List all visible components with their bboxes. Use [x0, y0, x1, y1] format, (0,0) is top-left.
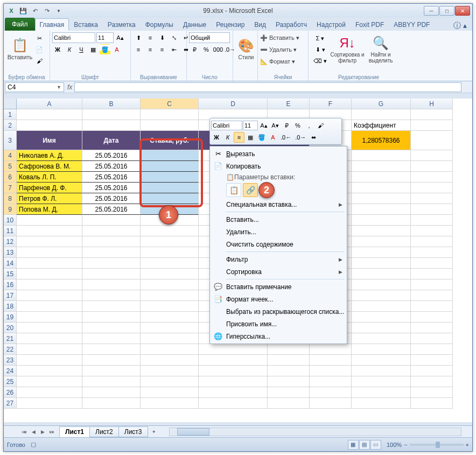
ctx-delete[interactable]: Удалить...	[211, 226, 346, 238]
row-header-1[interactable]: 1	[4, 109, 17, 120]
mini-size-input[interactable]	[243, 121, 258, 130]
cell[interactable]	[411, 333, 453, 344]
row-header-16[interactable]: 16	[4, 279, 17, 290]
mini-inc-decimal[interactable]: .0→	[293, 132, 307, 143]
cell[interactable]	[82, 398, 141, 409]
italic-button[interactable]: К	[64, 44, 75, 55]
fill-color-button[interactable]: 🪣	[100, 44, 110, 55]
cell[interactable]	[17, 236, 82, 247]
row-header-13[interactable]: 13	[4, 247, 17, 258]
row-header-24[interactable]: 24	[4, 366, 17, 376]
paste-option-default[interactable]: 📋	[226, 183, 241, 197]
sheet-tab-3[interactable]: Лист3	[118, 426, 148, 437]
ctx-hyperlink[interactable]: 🌐Гиперссылка...	[211, 330, 346, 342]
cell[interactable]	[141, 333, 199, 344]
col-header-C[interactable]: C	[141, 99, 199, 109]
cell[interactable]	[352, 398, 411, 409]
cell[interactable]	[17, 301, 82, 312]
cell[interactable]	[82, 226, 141, 236]
cell[interactable]	[17, 247, 82, 258]
bold-button[interactable]: Ж	[52, 44, 63, 55]
cell[interactable]	[82, 323, 141, 333]
row-header-3[interactable]: 3	[4, 131, 17, 150]
cell[interactable]	[411, 387, 453, 398]
cell[interactable]: Имя	[17, 131, 82, 150]
cell[interactable]	[82, 258, 141, 269]
cell[interactable]	[268, 355, 310, 366]
cell[interactable]	[17, 398, 82, 409]
cell[interactable]	[411, 183, 453, 193]
align-center-button[interactable]: ≡	[145, 44, 156, 55]
orientation-button[interactable]: ⤡	[169, 32, 179, 43]
row-header-27[interactable]: 27	[4, 398, 17, 409]
font-name-input[interactable]	[52, 32, 95, 43]
mini-percent[interactable]: %	[292, 120, 303, 131]
mini-format-painter[interactable]: 🖌	[315, 120, 326, 131]
cell[interactable]: 25.05.2016	[82, 172, 141, 183]
sort-filter-button[interactable]: Я↓ Сортировка и фильтр	[330, 32, 365, 67]
mini-shrink-font[interactable]: A▾	[270, 120, 281, 131]
row-header-11[interactable]: 11	[4, 226, 17, 236]
cell[interactable]	[310, 366, 352, 376]
cell[interactable]	[17, 333, 82, 344]
formula-input[interactable]	[74, 82, 461, 92]
mini-fill[interactable]: 🪣	[256, 132, 267, 143]
cell[interactable]	[352, 150, 411, 161]
clear-button[interactable]: ⌫ ▾	[312, 55, 328, 66]
cell[interactable]	[268, 376, 310, 387]
mini-merge[interactable]: ⬌	[308, 132, 319, 143]
cell[interactable]	[17, 258, 82, 269]
cell[interactable]	[352, 172, 411, 183]
row-header-12[interactable]: 12	[4, 236, 17, 247]
cell[interactable]	[411, 226, 453, 236]
cell[interactable]	[411, 161, 453, 172]
cells-delete-button[interactable]: ➖ Удалить ▾	[260, 46, 297, 53]
cell[interactable]	[352, 247, 411, 258]
align-bottom-button[interactable]: ⬇	[157, 32, 167, 43]
cell[interactable]: Коваль Л. П.	[17, 172, 82, 183]
cell[interactable]	[141, 301, 199, 312]
row-header-17[interactable]: 17	[4, 290, 17, 301]
row-header-26[interactable]: 26	[4, 387, 17, 398]
cell[interactable]	[141, 387, 199, 398]
cell[interactable]: 25.05.2016	[82, 193, 141, 204]
sheet-tab-1[interactable]: Лист1	[59, 426, 90, 437]
cell[interactable]	[352, 215, 411, 226]
cell[interactable]	[141, 236, 199, 247]
row-header-6[interactable]: 6	[4, 172, 17, 183]
macro-record-icon[interactable]: ▢	[31, 441, 36, 448]
app-icon[interactable]: X	[6, 5, 17, 16]
undo-button[interactable]: ↶	[30, 5, 40, 16]
cell[interactable]	[199, 398, 268, 409]
ctx-format-cells[interactable]: 📑Формат ячеек...	[211, 293, 346, 305]
autosum-button[interactable]: Σ ▾	[312, 33, 328, 44]
cell[interactable]	[310, 376, 352, 387]
cell[interactable]: 1,280578366	[352, 131, 411, 150]
sheet-nav-next[interactable]: ▶	[38, 428, 47, 436]
cell[interactable]: Дата	[82, 131, 141, 150]
cell[interactable]	[141, 269, 199, 279]
cell[interactable]	[82, 120, 141, 131]
cell[interactable]	[82, 215, 141, 226]
cell[interactable]	[352, 376, 411, 387]
cell[interactable]	[268, 398, 310, 409]
cell[interactable]	[141, 398, 199, 409]
align-middle-button[interactable]: ≡	[145, 32, 156, 43]
ctx-dropdown-list[interactable]: Выбрать из раскрывающегося списка...	[211, 305, 346, 318]
cell[interactable]	[82, 236, 141, 247]
cell[interactable]	[82, 366, 141, 376]
col-header-B[interactable]: B	[82, 99, 141, 109]
cut-button[interactable]: ✂	[34, 33, 45, 44]
row-header-2[interactable]: 2	[4, 120, 17, 131]
cell[interactable]	[411, 344, 453, 355]
tab-view[interactable]: Вид	[249, 18, 271, 31]
row-header-21[interactable]: 21	[4, 333, 17, 344]
maximize-button[interactable]: □	[439, 6, 454, 16]
cell[interactable]: Коэффициент	[352, 120, 411, 131]
mini-font-color[interactable]: A	[268, 132, 278, 143]
cell[interactable]: Николаев А. Д.	[17, 150, 82, 161]
row-header-5[interactable]: 5	[4, 161, 17, 172]
mini-font-input[interactable]	[211, 121, 242, 130]
ctx-insert[interactable]: Вставить...	[211, 213, 346, 226]
save-button[interactable]: 💾	[18, 5, 29, 16]
